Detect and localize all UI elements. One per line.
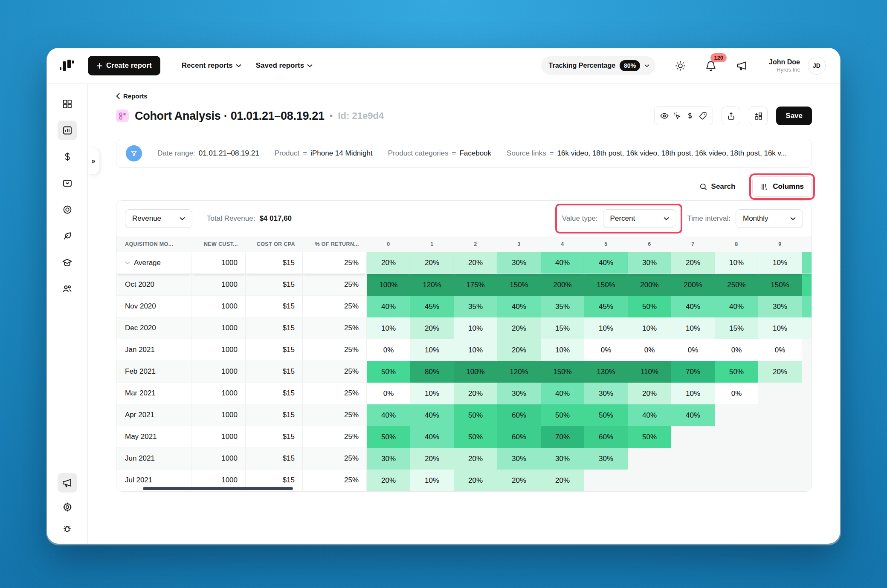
- overflow-heat-cell: [802, 317, 812, 339]
- top-bar: Create report Recent reports Saved repor…: [47, 48, 840, 84]
- overflow-heat-cell: [802, 448, 812, 470]
- recent-reports-menu[interactable]: Recent reports: [182, 61, 241, 70]
- heat-cell: 70%: [671, 361, 715, 383]
- app-logo[interactable]: [47, 58, 88, 73]
- month-column-header[interactable]: 0: [367, 236, 410, 252]
- sidebar: »: [47, 84, 88, 544]
- metric-select[interactable]: Revenue: [125, 209, 192, 228]
- time-interval-select[interactable]: Monthly: [736, 209, 803, 228]
- create-report-button[interactable]: Create report: [88, 56, 160, 75]
- theme-toggle-button[interactable]: [675, 61, 686, 71]
- heat-cell: 40%: [628, 404, 671, 426]
- heat-cell: 50%: [367, 426, 410, 448]
- sidebar-item-organic[interactable]: [58, 226, 77, 246]
- pct-of-return-cell: 25%: [303, 404, 367, 426]
- month-column-header[interactable]: 5: [584, 236, 628, 252]
- heat-cell: 50%: [715, 361, 758, 383]
- row-label: Jun 2021: [125, 454, 155, 463]
- heat-cell: 150%: [541, 361, 584, 383]
- heat-cell: 40%: [497, 296, 541, 317]
- month-column-header[interactable]: 7: [671, 236, 715, 252]
- month-column-header[interactable]: 8: [715, 236, 758, 252]
- breadcrumb[interactable]: Reports: [116, 92, 148, 100]
- heat-cell: [715, 426, 758, 448]
- month-column-header[interactable]: 4: [541, 236, 584, 252]
- horizontal-scrollbar-thumb[interactable]: [143, 487, 293, 490]
- heat-cell: 100%: [454, 361, 497, 383]
- heat-cell: 200%: [671, 274, 715, 296]
- row-label-cell: Feb 2021: [116, 361, 191, 383]
- bug-icon: [63, 524, 72, 533]
- heat-cell: 50%: [628, 296, 671, 317]
- sidebar-item-reports[interactable]: [58, 121, 77, 140]
- sidebar-expand-button[interactable]: »: [88, 148, 99, 174]
- chevron-down-icon: [790, 217, 796, 220]
- row-label-cell[interactable]: Average: [116, 252, 191, 274]
- heat-cell: 30%: [497, 252, 541, 274]
- sidebar-item-settings[interactable]: [58, 499, 77, 515]
- sidebar-item-tracking[interactable]: [58, 200, 77, 219]
- export-button[interactable]: [722, 107, 740, 125]
- cost-or-cpa-cell: $15: [246, 274, 303, 296]
- column-header[interactable]: % OF RETURN...: [303, 236, 367, 252]
- avatar[interactable]: JD: [808, 57, 826, 75]
- heat-cell: 50%: [454, 404, 497, 426]
- heat-cell: 0%: [715, 383, 758, 404]
- month-column-header[interactable]: 6: [628, 236, 671, 252]
- heat-cell: 10%: [758, 252, 802, 274]
- sidebar-item-announcements[interactable]: [58, 473, 77, 493]
- heat-cell: [758, 404, 802, 426]
- tracking-percentage-pill[interactable]: Tracking Percentage 80%: [541, 56, 656, 75]
- column-header[interactable]: COST OR CPA: [246, 236, 303, 252]
- heat-cell: 35%: [454, 296, 497, 317]
- click-cursor-icon[interactable]: [671, 111, 684, 121]
- notifications-button[interactable]: 120: [705, 60, 716, 71]
- saved-reports-menu[interactable]: Saved reports: [256, 61, 313, 70]
- month-column-header[interactable]: 3: [497, 236, 541, 252]
- heat-cell: 50%: [584, 404, 628, 426]
- value-type-select[interactable]: Percent: [603, 209, 676, 228]
- column-header[interactable]: AQUISITION MO...: [116, 236, 191, 252]
- sidebar-item-customers[interactable]: [58, 279, 77, 299]
- right-controls: Value type: Percent Time interval: Month…: [562, 209, 803, 228]
- heat-cell: 45%: [410, 296, 454, 317]
- heat-cell: 30%: [584, 383, 628, 404]
- collapse-caret-icon[interactable]: [125, 261, 130, 265]
- heat-cell: 40%: [715, 296, 758, 317]
- announcements-button[interactable]: [736, 60, 748, 72]
- sidebar-item-sales[interactable]: [58, 147, 77, 167]
- sidebar-item-academy[interactable]: [58, 253, 77, 272]
- columns-button[interactable]: Columns: [752, 176, 812, 197]
- month-column-header[interactable]: 2: [454, 236, 497, 252]
- add-widget-button[interactable]: [749, 107, 768, 125]
- column-header[interactable]: NEW CUST...: [191, 236, 246, 252]
- table-tools-row: Search Columns: [116, 176, 812, 198]
- user-name: John Doe: [769, 58, 800, 66]
- sidebar-item-email[interactable]: [58, 173, 77, 193]
- heat-cell: 20%: [497, 470, 541, 491]
- mail-icon: [62, 178, 72, 188]
- time-interval-control: Time interval: Monthly: [687, 209, 803, 228]
- filter-button[interactable]: [126, 145, 142, 161]
- eye-icon[interactable]: [658, 111, 671, 121]
- heat-cell: 20%: [497, 339, 541, 361]
- tag-icon[interactable]: [696, 111, 709, 121]
- heat-cell: 10%: [454, 317, 497, 339]
- sidebar-item-debug[interactable]: [58, 522, 77, 535]
- new-customers-cell: 1000: [191, 448, 246, 470]
- equalizer-logo-icon: [60, 58, 75, 73]
- equals-sign: =: [303, 149, 307, 158]
- month-column-header[interactable]: 9: [758, 236, 802, 252]
- sidebar-item-dashboard[interactable]: [58, 94, 77, 114]
- dollar-icon[interactable]: [684, 112, 696, 120]
- user-info[interactable]: John Doe Hyros Inc: [769, 58, 800, 73]
- heat-cell: 10%: [454, 339, 497, 361]
- month-column-header[interactable]: 1: [410, 236, 454, 252]
- report-id: Id: 21e9d4: [338, 110, 384, 121]
- save-button[interactable]: Save: [776, 107, 812, 125]
- search-button[interactable]: Search: [699, 182, 736, 191]
- row-label-cell: Dec 2020: [116, 317, 191, 339]
- heat-cell: 10%: [758, 317, 802, 339]
- heat-cell: [671, 448, 715, 470]
- row-label-cell: Jun 2021: [116, 448, 191, 470]
